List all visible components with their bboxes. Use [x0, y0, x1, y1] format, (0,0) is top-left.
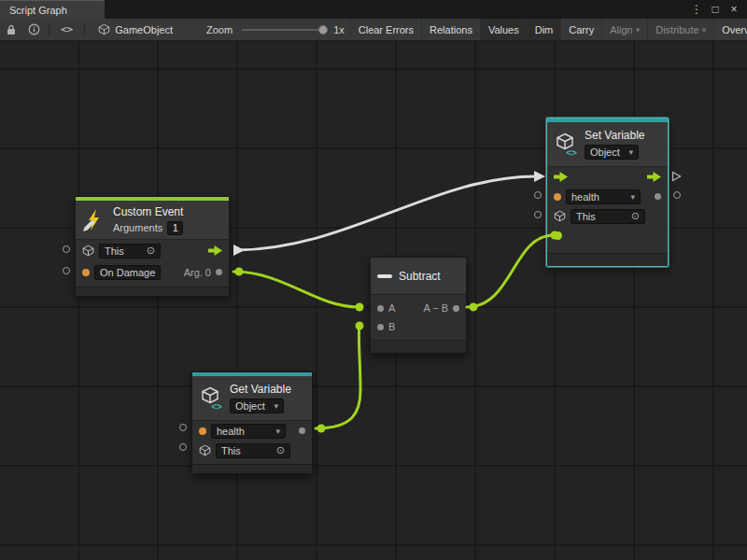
wire-getvariable-to-subtract-b[interactable] — [316, 327, 360, 428]
align-dropdown[interactable]: Align ▾ — [601, 19, 647, 41]
node-header[interactable]: <> Get Variable Object ▾ — [192, 376, 312, 421]
zoom-slider-track — [242, 29, 328, 31]
unconnected-port-indicator[interactable] — [179, 443, 187, 451]
node-title: Custom Event — [113, 205, 183, 218]
node-footer — [76, 287, 229, 296]
unconnected-port-indicator[interactable] — [534, 191, 542, 199]
node-subtract[interactable]: Subtract A A − B B — [370, 257, 467, 354]
target-picker-icon[interactable]: ⊙ — [631, 210, 640, 222]
window-menu-icon[interactable]: ⋮ — [689, 3, 704, 16]
zoom-slider[interactable] — [242, 24, 328, 35]
result-output-port[interactable] — [453, 305, 459, 312]
window-controls: ⋮ □ × — [689, 0, 747, 19]
zoom-slider-knob[interactable] — [318, 25, 328, 35]
this-target-field[interactable]: This ⊙ — [99, 244, 161, 259]
toolbar-separator — [84, 22, 85, 37]
event-name-chip[interactable]: On Damage — [94, 265, 161, 280]
this-target-field[interactable]: This ⊙ — [216, 443, 290, 458]
a-input-port[interactable] — [377, 305, 384, 312]
graph-canvas[interactable]: Custom Event Arguments 1 This ⊙ — [0, 41, 747, 560]
chevron-down-icon: ▾ — [275, 427, 280, 436]
node-header[interactable]: Custom Event Arguments 1 — [76, 201, 229, 240]
b-input-port[interactable] — [377, 324, 384, 330]
values-toggle[interactable]: Values — [480, 19, 527, 41]
unconnected-port-indicator[interactable] — [673, 191, 681, 199]
toolbar-separator — [49, 22, 49, 37]
flow-output-port[interactable] — [208, 245, 222, 256]
wire-subtract-to-setvariable[interactable] — [467, 235, 554, 307]
node-footer — [371, 340, 466, 353]
overview-button[interactable]: Overview — [713, 19, 747, 41]
subtract-icon — [377, 274, 392, 278]
arguments-count-field[interactable]: 1 — [167, 221, 183, 235]
variable-scope-dropdown[interactable]: Object ▾ — [585, 145, 639, 160]
a-port-label: A — [388, 302, 395, 314]
unconnected-port-indicator[interactable] — [63, 267, 70, 274]
event-value-port[interactable] — [82, 269, 90, 276]
node-header[interactable]: <> Set Variable Object ▾ — [547, 122, 668, 167]
unconnected-port-indicator[interactable] — [179, 424, 187, 431]
chevron-down-icon: ▾ — [274, 401, 278, 411]
node-set-variable[interactable]: <> Set Variable Object ▾ — [546, 118, 669, 267]
unconnected-flow-output-indicator[interactable] — [670, 171, 682, 182]
flow-input-port[interactable] — [554, 172, 568, 182]
tab-title: Script Graph — [9, 5, 67, 16]
node-custom-event[interactable]: Custom Event Arguments 1 This ⊙ — [75, 196, 230, 297]
clear-errors-button[interactable]: Clear Errors — [350, 19, 421, 41]
port-row-value — [547, 226, 668, 245]
target-picker-icon[interactable]: ⊙ — [147, 245, 155, 257]
port-row-this: This ⊙ — [76, 240, 229, 261]
arguments-label: Arguments — [113, 222, 162, 233]
port-row-event: On Damage Arg. 0 — [76, 261, 229, 283]
custom-event-icon — [82, 208, 106, 232]
zoom-label: Zoom — [206, 24, 233, 35]
tab-script-graph[interactable]: Script Graph — [0, 0, 105, 19]
zoom-value: 1x — [333, 24, 345, 35]
flow-output-port[interactable] — [647, 172, 661, 182]
node-get-variable[interactable]: <> Get Variable Object ▾ health ▾ — [191, 371, 313, 474]
window-titlebar: Script Graph ⋮ □ × — [0, 0, 747, 19]
port-row-name: health ▾ — [192, 421, 312, 441]
b-port-label: B — [388, 321, 395, 332]
variable-scope-dropdown[interactable]: Object ▾ — [230, 399, 284, 413]
window-maximize-icon[interactable]: □ — [708, 3, 723, 16]
port-row-name: health ▾ — [547, 187, 668, 206]
port-row-flow — [547, 167, 668, 187]
chevron-down-icon: ▾ — [628, 147, 633, 157]
dim-toggle[interactable]: Dim — [527, 19, 561, 41]
value-output-port[interactable] — [299, 427, 305, 434]
name-input-port[interactable] — [199, 427, 206, 435]
window-close-icon[interactable]: × — [726, 3, 741, 16]
info-icon[interactable] — [22, 23, 45, 35]
cube-icon — [199, 444, 211, 456]
variable-name-dropdown[interactable]: health ▾ — [566, 189, 641, 204]
distribute-dropdown[interactable]: Distribute ▾ — [647, 19, 713, 41]
gameobject-context-button[interactable]: GameObject — [89, 23, 182, 35]
value-output-port[interactable] — [655, 193, 661, 200]
port-row-this: This ⊙ — [192, 441, 312, 460]
arg0-output-port[interactable] — [216, 269, 222, 275]
wire-flow-customevent-to-setvariable[interactable] — [235, 176, 535, 250]
unconnected-port-indicator[interactable] — [534, 211, 542, 218]
carry-toggle[interactable]: Carry — [560, 19, 601, 41]
gameobject-label: GameObject — [115, 24, 173, 35]
chevron-down-icon: ▾ — [702, 19, 707, 41]
relations-button[interactable]: Relations — [421, 19, 480, 41]
chevron-down-icon: ▾ — [636, 19, 641, 41]
target-picker-icon[interactable]: ⊙ — [276, 444, 285, 456]
unconnected-port-indicator[interactable] — [63, 245, 70, 253]
wire-arg0-to-subtract-a[interactable] — [233, 272, 359, 307]
node-header[interactable]: Subtract — [371, 258, 466, 295]
variable-name-dropdown[interactable]: health ▾ — [211, 424, 286, 439]
this-target-field[interactable]: This ⊙ — [571, 209, 645, 224]
node-footer — [192, 464, 312, 473]
lock-icon[interactable] — [0, 24, 22, 35]
gameobject-cube-icon — [98, 23, 110, 35]
edit-script-icon[interactable]: <> — [53, 23, 80, 35]
node-title: Subtract — [399, 270, 441, 283]
chevron-down-icon: ▾ — [630, 192, 635, 202]
svg-text:<>: <> — [566, 147, 577, 157]
port-row-a: A A − B — [371, 299, 466, 317]
name-input-port[interactable] — [554, 193, 561, 201]
result-port-label: A − B — [423, 302, 448, 314]
